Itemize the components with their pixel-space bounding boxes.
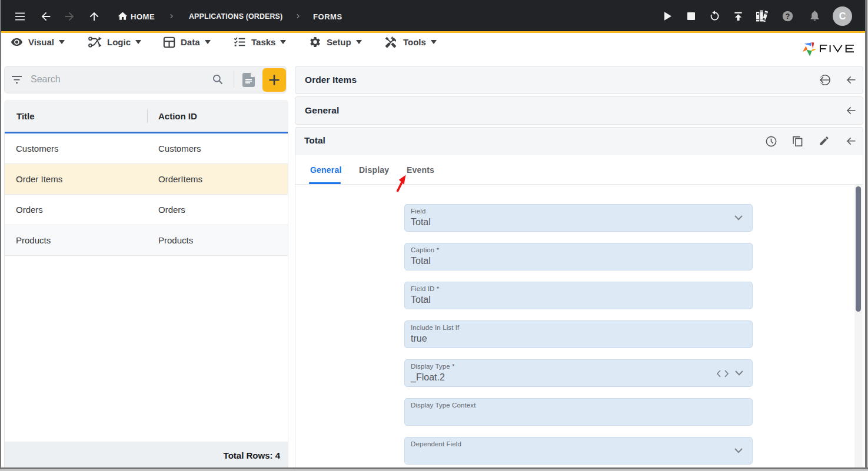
- svg-text:?: ?: [786, 12, 790, 21]
